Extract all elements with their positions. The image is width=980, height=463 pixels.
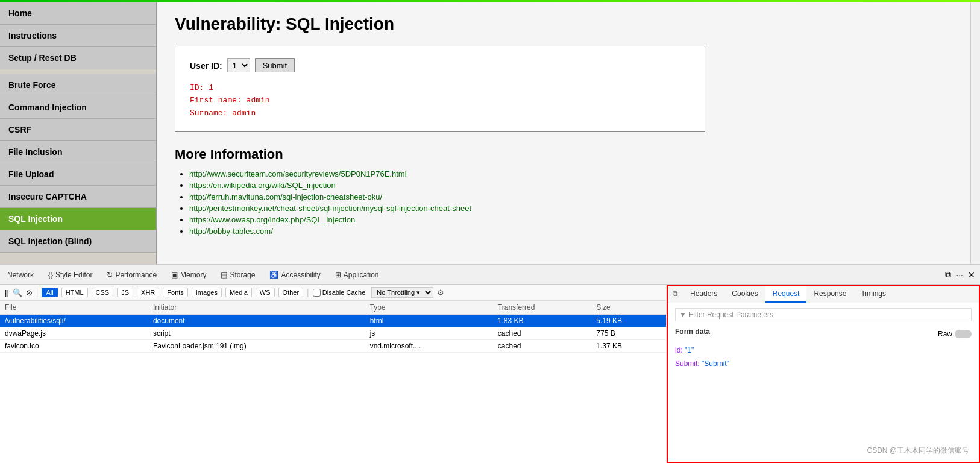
- request-detail-icon: ⧉: [668, 286, 683, 303]
- filter-media[interactable]: Media: [225, 288, 252, 297]
- filter-other[interactable]: Other: [278, 288, 304, 297]
- tab-cookies[interactable]: Cookies: [724, 286, 765, 303]
- raw-toggle: Raw: [938, 330, 972, 338]
- col-initiator: Initiator: [148, 301, 365, 315]
- user-id-label: User ID:: [190, 61, 222, 71]
- result-line1: ID: 1: [190, 82, 690, 95]
- tab-performance[interactable]: ↻ Performance: [104, 267, 159, 283]
- network-row-1[interactable]: dvwaPage.jsscriptjscached775 B: [0, 327, 666, 340]
- filter-ws[interactable]: WS: [256, 288, 275, 297]
- network-cell-1-0: dvwaPage.js: [0, 327, 148, 340]
- filter-xhr[interactable]: XHR: [137, 288, 159, 297]
- network-cell-2-3: cached: [493, 340, 591, 353]
- more-info-link-3[interactable]: http://pentestmonkey.net/cheat-sheet/sql…: [189, 204, 471, 213]
- more-info-link-2[interactable]: http://ferruh.mavituna.com/sql-injection…: [189, 192, 382, 201]
- sidebar-item-file-inclusion[interactable]: File Inclusion: [0, 141, 156, 163]
- tab-memory[interactable]: ▣ Memory: [169, 267, 209, 283]
- more-info-link-4[interactable]: https://www.owasp.org/index.php/SQL_Inje…: [189, 215, 355, 224]
- settings-icon[interactable]: ⚙: [437, 288, 444, 297]
- sidebar-item-sql-injection-blind[interactable]: SQL Injection (Blind): [0, 230, 156, 253]
- user-id-select[interactable]: 1 2: [227, 58, 250, 72]
- form-box: User ID: 1 2 Submit ID: 1 First name: ad…: [175, 46, 705, 132]
- tab-request[interactable]: Request: [765, 286, 807, 303]
- filter-fonts[interactable]: Fonts: [163, 288, 188, 297]
- sidebar-item-csrf[interactable]: CSRF: [0, 119, 156, 141]
- form-data-submit: Submit: "Submit": [675, 357, 972, 371]
- form-data-submit-key: Submit:: [675, 359, 700, 368]
- network-cell-2-4: 1.37 KB: [591, 340, 666, 353]
- scrollbar[interactable]: [970, 2, 980, 264]
- network-cell-1-2: js: [365, 327, 493, 340]
- sidebar-item-instructions[interactable]: Instructions: [0, 25, 156, 47]
- tab-storage[interactable]: ▤ Storage: [218, 267, 257, 283]
- network-cell-0-2: html: [365, 315, 493, 327]
- main-content: Vulnerability: SQL Injection User ID: 1 …: [157, 2, 970, 264]
- network-cell-0-0: /vulnerabilities/sqli/: [0, 315, 148, 327]
- sidebar-item-file-upload[interactable]: File Upload: [0, 163, 156, 186]
- tab-timings[interactable]: Timings: [853, 286, 893, 303]
- form-data-id-value: "1": [685, 346, 694, 354]
- col-size: Size: [591, 301, 666, 315]
- close-devtools-icon[interactable]: ✕: [968, 270, 975, 280]
- application-icon: ⊞: [335, 271, 341, 279]
- more-info-link-0[interactable]: http://www.securiteam.com/securityreview…: [189, 169, 407, 178]
- network-cell-1-4: 775 B: [591, 327, 666, 340]
- form-data-id-key: id:: [675, 346, 683, 354]
- filter-separator2: |: [307, 288, 309, 297]
- network-cell-2-1: FaviconLoader.jsm:191 (img): [148, 340, 365, 353]
- dock-icon[interactable]: ⧉: [945, 269, 951, 280]
- filter-css[interactable]: CSS: [92, 288, 114, 297]
- tab-headers[interactable]: Headers: [683, 286, 724, 303]
- sidebar-item-insecure-captcha[interactable]: Insecure CAPTCHA: [0, 186, 156, 208]
- more-info-link-5[interactable]: http://bobby-tables.com/: [189, 227, 273, 236]
- accessibility-icon: ♿: [269, 271, 278, 279]
- more-info-link-1[interactable]: https://en.wikipedia.org/wiki/SQL_inject…: [189, 181, 336, 190]
- filter-html[interactable]: HTML: [61, 288, 88, 297]
- block-icon[interactable]: ⊘: [26, 288, 33, 297]
- tab-response[interactable]: Response: [806, 286, 853, 303]
- network-left-panel: || 🔍 ⊘ | All HTML CSS JS XHR Fonts Image…: [0, 285, 667, 463]
- network-filter-bar: || 🔍 ⊘ | All HTML CSS JS XHR Fonts Image…: [0, 285, 666, 301]
- network-row-2[interactable]: favicon.icoFaviconLoader.jsm:191 (img)vn…: [0, 340, 666, 353]
- more-info-section: More Information http://www.securiteam.c…: [175, 146, 952, 236]
- tab-style-editor[interactable]: {} Style Editor: [46, 267, 95, 283]
- network-row-0[interactable]: /vulnerabilities/sqli/documenthtml1.83 K…: [0, 315, 666, 327]
- sidebar-item-home[interactable]: Home: [0, 2, 156, 25]
- pause-icon[interactable]: ||: [5, 288, 9, 297]
- filter-images[interactable]: Images: [192, 288, 222, 297]
- filter-all[interactable]: All: [42, 288, 57, 297]
- col-transferred: Transferred: [493, 301, 591, 315]
- more-info-title: More Information: [175, 146, 952, 162]
- devtools-body: || 🔍 ⊘ | All HTML CSS JS XHR Fonts Image…: [0, 285, 980, 463]
- devtools-toolbar: Network {} Style Editor ↻ Performance ▣ …: [0, 265, 980, 285]
- network-cell-2-2: vnd.microsoft....: [365, 340, 493, 353]
- disable-cache-label: Disable Cache: [313, 289, 366, 297]
- more-options-icon[interactable]: ···: [956, 270, 963, 280]
- filter-request-params[interactable]: ▼ Filter Request Parameters: [675, 308, 972, 321]
- request-content: ▼ Filter Request Parameters Form data Ra…: [668, 303, 979, 462]
- request-tabs: ⧉ Headers Cookies Request Response Timin…: [668, 286, 979, 303]
- disable-cache-checkbox[interactable]: [313, 289, 321, 297]
- page-title: Vulnerability: SQL Injection: [175, 14, 952, 34]
- raw-label: Raw: [938, 330, 952, 338]
- network-table: File Initiator Type Transferred Size /vu…: [0, 301, 666, 353]
- raw-toggle-switch[interactable]: [955, 330, 972, 338]
- tab-network[interactable]: Network: [5, 267, 36, 283]
- sidebar-item-brute-force[interactable]: Brute Force: [0, 74, 156, 96]
- submit-button[interactable]: Submit: [255, 58, 295, 72]
- throttle-select[interactable]: No Throttling ▾: [371, 287, 433, 298]
- performance-icon: ↻: [107, 271, 113, 279]
- sidebar-item-command-injection[interactable]: Command Injection: [0, 96, 156, 119]
- result-line2: First name: admin: [190, 95, 690, 107]
- search-icon[interactable]: 🔍: [13, 288, 22, 297]
- tab-application[interactable]: ⊞ Application: [333, 267, 382, 283]
- more-info-links: http://www.securiteam.com/securityreview…: [175, 169, 952, 236]
- sidebar-item-sql-injection[interactable]: SQL Injection: [0, 208, 156, 230]
- sidebar-item-setup-reset-db[interactable]: Setup / Reset DB: [0, 47, 156, 69]
- tab-accessibility[interactable]: ♿ Accessibility: [267, 267, 322, 283]
- csdn-watermark: CSDN @王木木同学的微信账号: [867, 446, 969, 456]
- network-cell-1-3: cached: [493, 327, 591, 340]
- style-editor-icon: {}: [48, 271, 53, 279]
- filter-js[interactable]: JS: [117, 288, 133, 297]
- network-cell-0-1: document: [148, 315, 365, 327]
